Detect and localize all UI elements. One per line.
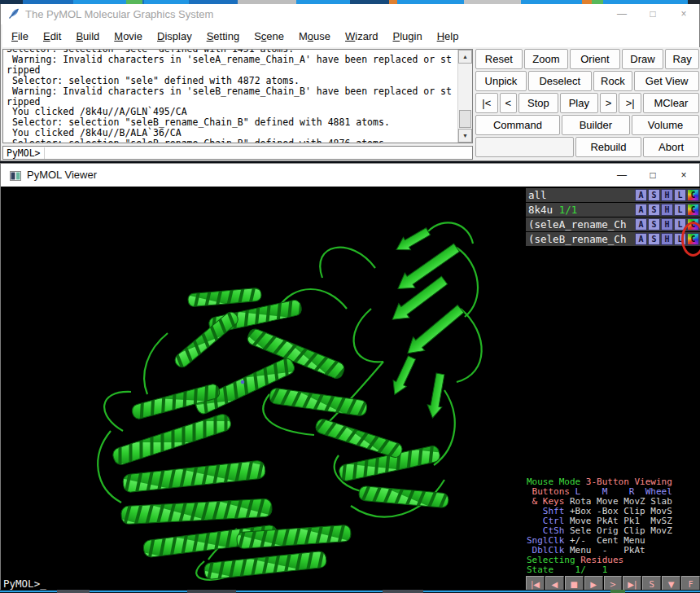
console-client-area: Selector: selection "sele" defined with … bbox=[1, 47, 700, 160]
prompt-label: PyMOL> bbox=[3, 147, 45, 159]
object-a-button[interactable]: A bbox=[635, 189, 647, 201]
object-name[interactable]: all bbox=[526, 189, 635, 201]
abort-button[interactable]: Abort bbox=[643, 137, 699, 157]
menu-help[interactable]: Help bbox=[430, 30, 466, 42]
object-h-button[interactable]: H bbox=[661, 218, 673, 231]
draw-button[interactable]: Draw bbox=[622, 49, 664, 69]
viewer-window-icon bbox=[10, 169, 21, 184]
object-s-button[interactable]: S bbox=[648, 189, 660, 201]
menu-bar: FileEditBuildMovieDisplaySettingSceneMou… bbox=[2, 24, 699, 47]
scroll-up-icon[interactable]: ▲ bbox=[458, 50, 472, 64]
object-a-button[interactable]: A bbox=[635, 204, 647, 216]
command-button[interactable]: Command bbox=[475, 115, 560, 135]
object-l-button[interactable]: L bbox=[674, 204, 686, 216]
close-icon[interactable]: × bbox=[668, 4, 699, 24]
minimize-icon[interactable]: — bbox=[606, 164, 637, 184]
scrollbar-thumb[interactable] bbox=[459, 110, 471, 128]
unpick-button[interactable]: Unpick bbox=[475, 71, 527, 91]
object-c-button[interactable]: C bbox=[687, 189, 699, 201]
mouse-mode-panel: Mouse Mode 3-Button Viewing Buttons L M … bbox=[527, 477, 700, 575]
viewer-titlebar: PyMOL Viewer — □ × bbox=[1, 164, 699, 187]
volume-button[interactable]: Volume bbox=[632, 115, 699, 135]
menu-edit[interactable]: Edit bbox=[36, 30, 68, 42]
rock-button[interactable]: Rock bbox=[593, 71, 632, 91]
get-view-button[interactable]: Get View bbox=[634, 71, 699, 91]
menu-display[interactable]: Display bbox=[150, 30, 199, 42]
object-h-button[interactable]: H bbox=[661, 233, 673, 245]
object-sidebar: allASHLC8k4u 1/1ASHLC(seleA_rename_ChASH… bbox=[526, 187, 700, 592]
scroll-down-icon[interactable]: ▼ bbox=[458, 129, 472, 143]
object-row--selea-rename-ch: (seleA_rename_ChASHLC bbox=[526, 217, 700, 231]
-button[interactable]: > bbox=[600, 93, 618, 113]
ray-button[interactable]: Ray bbox=[665, 49, 699, 69]
maximize-icon[interactable]: □ bbox=[637, 164, 668, 184]
console-titlebar: The PyMOL Molecular Graphics System — □ … bbox=[1, 4, 699, 24]
-button[interactable]: >| bbox=[619, 93, 641, 113]
console-line: Selector: selection "seleB_rename_Chain_… bbox=[7, 138, 457, 143]
object-s-button[interactable]: S bbox=[648, 233, 660, 245]
menu-scene[interactable]: Scene bbox=[247, 30, 291, 42]
pymol-viewer-window: PyMOL Viewer — □ × bbox=[0, 163, 700, 593]
3d-viewport[interactable]: PyMOL>_ bbox=[1, 187, 526, 592]
menu-setting[interactable]: Setting bbox=[199, 30, 247, 42]
console-output: Selector: selection "sele" defined with … bbox=[2, 49, 473, 143]
object-c-button[interactable]: C bbox=[687, 204, 699, 216]
rebuild-button[interactable]: Rebuild bbox=[575, 137, 642, 157]
object-row-all: allASHLC bbox=[526, 188, 700, 202]
desktop: The PyMOL Molecular Graphics System — □ … bbox=[0, 0, 700, 593]
object-s-button[interactable]: S bbox=[648, 218, 660, 231]
menu-movie[interactable]: Movie bbox=[107, 30, 150, 42]
menu-build[interactable]: Build bbox=[68, 30, 107, 42]
play-button[interactable]: Play bbox=[560, 93, 598, 113]
console-line: ripped bbox=[7, 65, 457, 76]
object-h-button[interactable]: H bbox=[661, 189, 673, 201]
object-row--seleb-rename-ch: (seleB_rename_ChASHLC bbox=[526, 232, 700, 246]
-button[interactable]: < bbox=[500, 93, 518, 113]
viewer-prompt[interactable]: PyMOL>_ bbox=[3, 578, 46, 590]
background-window-edge-bottom bbox=[0, 590, 700, 593]
mclear-button[interactable]: MClear bbox=[643, 93, 699, 113]
console-line: Warning: Invalid characters in 'seleA_re… bbox=[7, 55, 457, 65]
control-button-panel: ResetZoomOrientDrawRayUnpickDeselectRock… bbox=[475, 49, 699, 160]
object-h-button[interactable]: H bbox=[661, 204, 673, 216]
maximize-icon[interactable]: □ bbox=[637, 4, 668, 24]
minimize-icon[interactable]: — bbox=[606, 4, 637, 24]
menu-wizard[interactable]: Wizard bbox=[338, 30, 385, 42]
protein-structure bbox=[1, 187, 526, 592]
console-prompt-row: PyMOL> bbox=[2, 146, 473, 160]
console-line: Selector: selection "sele" defined with … bbox=[7, 76, 457, 86]
edge-segment bbox=[383, 590, 423, 593]
edge-segment bbox=[610, 590, 625, 593]
console-scrollbar[interactable]: ▲ ▼ bbox=[457, 50, 472, 143]
object-l-button[interactable]: L bbox=[674, 189, 686, 201]
deselect-button[interactable]: Deselect bbox=[528, 71, 592, 91]
console-window-title: The PyMOL Molecular Graphics System bbox=[25, 8, 213, 20]
menu-plugin[interactable]: Plugin bbox=[386, 30, 430, 42]
zoom-button[interactable]: Zoom bbox=[524, 49, 568, 69]
object-name[interactable]: (seleB_rename_Ch bbox=[526, 233, 635, 245]
stop-button[interactable]: Stop bbox=[518, 93, 558, 113]
object-s-button[interactable]: S bbox=[648, 204, 660, 216]
console-log-text: Selector: selection "sele" defined with … bbox=[7, 49, 457, 143]
menu-file[interactable]: File bbox=[4, 30, 36, 42]
viewer-window-title: PyMOL Viewer bbox=[27, 169, 97, 181]
builder-button[interactable]: Builder bbox=[562, 115, 630, 135]
mouse-panel-line[interactable]: State 1/ 1 bbox=[527, 565, 700, 575]
object-a-button[interactable]: A bbox=[635, 218, 647, 231]
pymol-feather-icon bbox=[8, 7, 20, 23]
object-a-button[interactable]: A bbox=[635, 233, 647, 245]
edge-segment bbox=[187, 590, 236, 593]
pymol-console-window: The PyMOL Molecular Graphics System — □ … bbox=[0, 4, 700, 161]
orient-button[interactable]: Orient bbox=[570, 49, 620, 69]
edge-segment bbox=[57, 590, 90, 593]
object-row-8k4u: 8k4u 1/1ASHLC bbox=[526, 203, 700, 217]
progress-field bbox=[475, 137, 574, 157]
taskbar-edge-line bbox=[0, 591, 700, 592]
close-icon[interactable]: × bbox=[668, 164, 699, 184]
object-name[interactable]: (seleA_rename_Ch bbox=[526, 218, 635, 231]
-button[interactable]: |< bbox=[475, 93, 498, 113]
object-name[interactable]: 8k4u 1/1 bbox=[526, 204, 635, 216]
command-input[interactable] bbox=[45, 147, 472, 159]
menu-mouse[interactable]: Mouse bbox=[291, 30, 338, 42]
reset-button[interactable]: Reset bbox=[475, 49, 523, 69]
